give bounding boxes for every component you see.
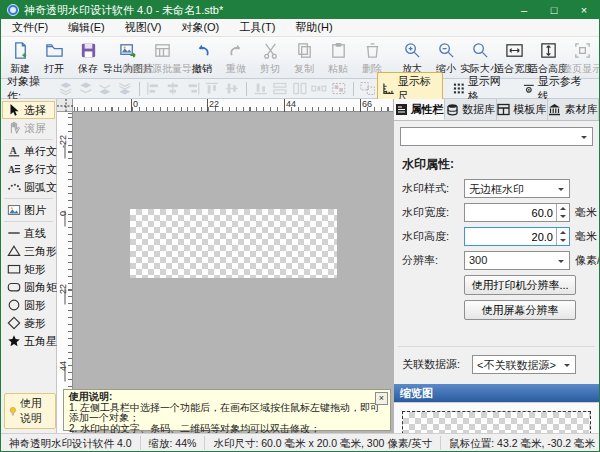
batch-export-icon	[153, 41, 172, 60]
tab-templates[interactable]: 模板库	[497, 99, 548, 120]
menu-help[interactable]: 帮助(H)	[292, 19, 335, 36]
align-left-icon[interactable]	[146, 81, 162, 96]
open-button[interactable]: 打开	[37, 39, 71, 77]
copy-icon	[295, 41, 314, 60]
canvas-area[interactable]: 0 22 44 66 -22 0 22 44 使用说明: 1. 左侧工具栏中选择…	[57, 99, 393, 433]
tab-materials[interactable]: 素材库	[548, 99, 599, 120]
paste-button[interactable]: 粘贴	[321, 39, 355, 77]
tool-multi-line-text[interactable]: A 多行文字	[2, 160, 55, 178]
tool-circle[interactable]: 圆形	[2, 296, 55, 314]
menu-object[interactable]: 对象(O)	[178, 19, 222, 36]
ungroup-icon[interactable]	[360, 81, 376, 96]
redo-icon	[227, 41, 246, 60]
horizontal-ruler: 0 22 44 66	[73, 99, 393, 112]
single-line-text-icon: A	[7, 144, 21, 158]
watermark-design-area[interactable]	[130, 209, 337, 278]
ruler-icon	[383, 82, 395, 95]
pan-hand-icon	[7, 121, 21, 135]
group-icon[interactable]	[331, 81, 347, 96]
close-instructions-icon[interactable]: ×	[375, 392, 388, 405]
tool-triangle[interactable]: 三角形	[2, 242, 55, 260]
undo-button[interactable]: 撤销	[185, 39, 219, 77]
paste-icon	[329, 41, 348, 60]
align-bottom-icon[interactable]	[253, 81, 269, 96]
height-label: 水印高度:	[402, 229, 464, 244]
menu-tools[interactable]: 工具(T)	[236, 19, 278, 36]
align-center-icon[interactable]	[165, 81, 181, 96]
datasource-label: 关联数据源:	[402, 357, 472, 372]
tool-star[interactable]: 五角星	[2, 332, 55, 350]
save-button[interactable]: 保存	[71, 39, 105, 77]
svg-text:A: A	[10, 145, 17, 156]
tool-arc-text[interactable]: 圆弧文字	[2, 178, 55, 196]
origin-cross-icon	[57, 99, 73, 112]
datasource-dropdown[interactable]: <不关联数据源>	[472, 355, 576, 374]
bring-forward-icon[interactable]	[78, 81, 94, 96]
properties-icon	[395, 103, 408, 116]
window-controls: – □ ×	[509, 1, 599, 19]
database-icon	[446, 103, 459, 116]
title-bar: 神奇透明水印设计软件 4.0 - 未命名1.stb* – □ ×	[1, 1, 599, 19]
status-mouse-position: 鼠标位置: 43.2 毫米, -30.2 毫米	[441, 436, 600, 450]
panel-tabs: 属性栏 数据库 模板库 素材库	[394, 99, 599, 121]
ruler-origin-corner	[57, 99, 73, 112]
open-file-icon	[45, 41, 64, 60]
object-selector-dropdown[interactable]	[400, 127, 593, 146]
tool-image[interactable]: 图片	[2, 201, 55, 219]
watermark-style-row: 水印样式: 无边框水印	[402, 179, 591, 198]
multi-line-text-icon: A	[7, 162, 21, 176]
resolution-label: 分辨率:	[402, 253, 464, 268]
same-width-icon[interactable]	[272, 81, 288, 96]
fit-height-icon	[539, 41, 558, 60]
usage-instruction-line: 2. 水印中的文字、条码、二维码等对象均可以双击修改；	[69, 424, 385, 434]
resolution-row: 分辨率: 300 像素/英寸	[402, 251, 591, 270]
same-height-icon[interactable]	[292, 81, 308, 96]
menu-view[interactable]: 视图(V)	[122, 19, 165, 36]
tool-select[interactable]: 选择	[2, 101, 55, 119]
distribute-horizontal-icon[interactable]	[311, 81, 327, 96]
redo-button[interactable]: 重做	[219, 39, 253, 77]
cut-button[interactable]: 剪切	[253, 39, 287, 77]
tool-rounded-rectangle[interactable]: 圆角矩形	[2, 278, 55, 296]
tab-database[interactable]: 数据库	[445, 99, 496, 120]
datasource-row: 关联数据源: <不关联数据源>	[402, 355, 591, 374]
watermark-width-input[interactable]	[464, 203, 570, 222]
height-spinner[interactable]	[556, 228, 569, 245]
minimize-button[interactable]: –	[509, 1, 539, 19]
diamond-icon	[7, 316, 21, 330]
svg-text:A: A	[8, 164, 15, 175]
tool-line[interactable]: 直线	[2, 224, 55, 242]
image-icon	[7, 203, 21, 217]
status-app-name: 神奇透明水印设计软件 4.0	[1, 436, 141, 450]
tool-rectangle[interactable]: 矩形	[2, 260, 55, 278]
menu-file[interactable]: 文件(F)	[9, 19, 51, 36]
status-watermark-size: 水印尺寸: 60.0 毫米 x 20.0 毫米, 300 像素/英寸	[205, 436, 441, 450]
thumbnail-header: 缩览图	[394, 384, 599, 402]
send-to-back-icon[interactable]	[117, 81, 133, 96]
menu-edit[interactable]: 编辑(E)	[65, 19, 108, 36]
resolution-dropdown[interactable]: 300	[464, 251, 570, 270]
help-instructions-button[interactable]: 使用说明	[4, 393, 56, 429]
maximize-button[interactable]: □	[539, 1, 569, 19]
tool-pan[interactable]: 滚屏	[2, 119, 55, 137]
watermark-height-input[interactable]	[464, 227, 570, 246]
tool-single-line-text[interactable]: A 单行文字	[2, 142, 55, 160]
tab-properties[interactable]: 属性栏	[394, 99, 445, 120]
copy-button[interactable]: 复制	[287, 39, 321, 77]
use-screen-resolution-button[interactable]: 使用屏幕分辨率	[464, 300, 576, 320]
align-middle-icon[interactable]	[224, 81, 240, 96]
watermark-style-dropdown[interactable]: 无边框水印	[464, 179, 570, 198]
width-spinner[interactable]	[556, 204, 569, 221]
save-icon	[79, 41, 98, 60]
close-button[interactable]: ×	[569, 1, 599, 19]
send-backward-icon[interactable]	[97, 81, 113, 96]
align-right-icon[interactable]	[185, 81, 201, 96]
tool-diamond[interactable]: 菱形	[2, 314, 55, 332]
use-printer-resolution-button[interactable]: 使用打印机分辨率...	[464, 275, 576, 295]
export-image-icon	[119, 41, 138, 60]
status-bar: 神奇透明水印设计软件 4.0 缩放: 44% 水印尺寸: 60.0 毫米 x 2…	[1, 433, 599, 451]
bring-to-front-icon[interactable]	[58, 81, 74, 96]
batch-export-button[interactable]: 依数据源批量导出	[145, 39, 179, 77]
align-top-icon[interactable]	[204, 81, 220, 96]
new-button[interactable]: 新建	[3, 39, 37, 77]
